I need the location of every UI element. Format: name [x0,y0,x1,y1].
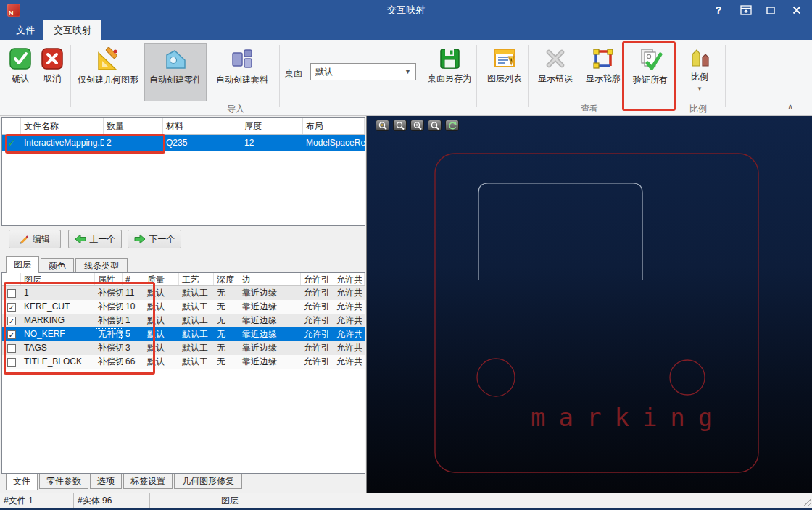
inner-open-contour-path [478,183,642,280]
tab-layer[interactable]: 图层 [6,256,39,273]
tab-geometry-repair[interactable]: 几何图形修复 [174,474,242,489]
previous-button[interactable]: 上一个 [68,230,122,248]
arrow-left-icon [75,234,86,244]
file-layout: ModelSpaceRec [303,135,365,151]
show-errors-button[interactable]: 显示错误 [532,43,579,101]
layer-checkbox[interactable] [7,358,16,367]
close-button[interactable] [784,0,809,20]
tab-part-params[interactable]: 零件参数 [39,474,88,489]
gray-x-icon [544,47,567,70]
arrow-right-icon [134,234,146,244]
ribbon-pin-icon[interactable] [734,0,758,20]
layer-checkbox[interactable]: ✓ [7,330,16,339]
layer-table: 图层 属性 # 质量 工艺 深度 边 允许引 允许共 1 补偿切 11 默认 默… [1,272,365,474]
pencil-icon [20,235,29,244]
chevron-down-icon: ▼ [697,85,703,92]
title-bar: N 交互映射 ? [0,0,812,20]
cancel-button[interactable]: 取消 [38,43,67,101]
marking-text: marking [531,403,726,432]
tab-color[interactable]: 颜色 [41,258,74,273]
col-material: 材料 [163,118,241,134]
show-contours-button[interactable]: 显示轮廓 [580,43,626,101]
layer-table-header: 图层 属性 # 质量 工艺 深度 边 允许引 允许共 [2,273,365,286]
ribbon: 确认 取消 仅创建几何图形 自动创建零件 [0,40,812,116]
col-attr: 属性 [95,273,123,285]
ruler-pencil-icon [96,47,120,72]
desktop-select[interactable]: 默认 ▼ [310,63,416,80]
col-process: 工艺 [179,273,214,285]
status-empty-cell [150,493,218,508]
tab-options[interactable]: 选项 [90,474,122,489]
col-num: # [123,273,144,285]
col-quality: 质量 [144,273,179,285]
ribbon-tab-row: 文件 交互映射 [0,20,812,40]
col-depth: 深度 [214,273,239,285]
file-name: InteractiveMapping.D [21,135,104,151]
tab-linetype[interactable]: 线条类型 [75,258,128,273]
create-geometry-only-button[interactable]: 仅创建几何图形 [74,43,142,101]
file-qty: 2 [104,135,163,151]
tab-interactive-mapping[interactable]: 交互映射 [44,20,102,40]
verify-pages-check-icon [638,47,663,72]
layer-row[interactable]: ✓ MARKING 补偿切 1 默认 默认工 无 靠近边缘 允许引 允许共 [2,314,365,327]
layer-checkbox[interactable]: ✓ [7,317,16,325]
col-file-name: 文件名称 [21,118,104,134]
col-allow-lead: 允许引 [301,273,334,285]
group-label-scale: 比例 [666,103,731,114]
layer-row[interactable]: TITLE_BLOCK 补偿切 66 默认 默认工 无 靠近边缘 允许引 允许共 [2,355,365,369]
hole-circle-right [670,360,705,395]
next-button[interactable]: 下一个 [128,230,181,248]
left-panel: 文件名称 数量 材料 厚度 布局 ✓ InteractiveMapping.D … [0,116,367,493]
desktop-label: 桌面 [285,67,302,80]
cad-drawing: marking [367,116,812,493]
edit-button[interactable]: 编辑 [9,230,61,248]
help-button[interactable]: ? [706,0,731,20]
status-bar: #文件 1 #实体 96 图层 [0,493,812,508]
col-allow-common: 允许共 [334,273,365,285]
layer-row-selected[interactable]: ✓ NO_KERF 无补偿 5 默认 默认工 无 靠近边缘 允许引 允许共 [2,327,365,341]
file-table-header: 文件名称 数量 材料 厚度 布局 [2,118,365,135]
tab-file[interactable]: 文件 [6,20,45,40]
save-desktop-as-button[interactable]: 桌面另存为 [420,43,478,101]
maximize-button[interactable] [758,0,783,20]
file-thickness: 12 [241,135,303,151]
file-row-selected[interactable]: ✓ InteractiveMapping.D 2 Q235 12 ModelSp… [2,135,365,151]
layer-checkbox[interactable] [7,344,16,353]
group-label-import: 导入 [203,103,268,114]
chevron-down-icon: ▼ [405,64,411,80]
layer-list-button[interactable]: 图层列表 [481,43,529,101]
col-edge: 边 [239,273,301,285]
confirm-button[interactable]: 确认 [6,43,35,101]
cad-viewport[interactable]: marking [367,116,812,493]
tab-bottom-file[interactable]: 文件 [6,474,38,490]
verify-all-button[interactable]: 验证所有 [628,43,673,101]
scale-button[interactable]: 比例 ▼ [679,43,721,101]
window-title: 交互映射 [0,0,812,20]
layer-list-icon [493,47,516,70]
status-entity-count: #实体 96 [74,493,150,508]
layer-checkbox[interactable] [7,289,16,298]
hole-circle-left [477,359,515,396]
collapse-ribbon-icon[interactable]: ∧ [787,102,793,112]
part-shape-icon [163,47,188,72]
group-label-view: 查看 [557,103,622,114]
row-check-icon[interactable]: ✓ [2,135,21,151]
layer-row[interactable]: TAGS 补偿切 3 默认 默认工 无 靠近边缘 允许引 允许共 [2,341,365,355]
contour-outline-icon [592,47,615,70]
auto-create-part-button[interactable]: 自动创建零件 [144,43,207,101]
file-table: 文件名称 数量 材料 厚度 布局 ✓ InteractiveMapping.D … [1,117,365,226]
auto-create-nest-button[interactable]: 自动创建套料 [209,43,276,101]
cancel-x-icon [41,47,64,70]
status-layer-cell: 图层 [218,493,812,508]
col-layout: 布局 [303,118,365,134]
layer-row[interactable]: ✓ KERF_CUT 补偿切 10 默认 默认工 无 靠近边缘 允许引 允许共 [2,300,365,314]
col-quantity: 数量 [104,118,163,134]
layer-row[interactable]: 1 补偿切 11 默认 默认工 无 靠近边缘 允许引 允许共 [2,286,365,300]
confirm-check-icon [9,47,32,70]
scale-shapes-icon [689,47,710,69]
col-thickness: 厚度 [241,118,303,134]
app-window: N 交互映射 ? 文件 交互映射 确认 取消 [0,0,812,510]
layer-checkbox[interactable]: ✓ [7,303,16,312]
col-layer: 图层 [21,273,95,285]
tab-label-settings[interactable]: 标签设置 [123,474,173,489]
